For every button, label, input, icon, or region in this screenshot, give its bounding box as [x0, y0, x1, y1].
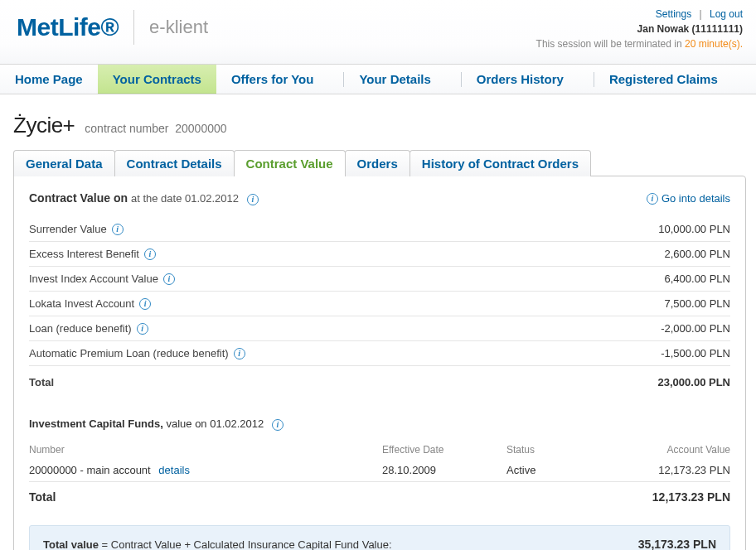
- row-loan-reduce-benefit: Loan (reduce benefit)i -2,000.00 PLN: [29, 316, 730, 341]
- info-icon[interactable]: i: [247, 194, 259, 205]
- grand-total-box: Total value = Contract Value + Calculate…: [29, 525, 730, 550]
- info-icon[interactable]: i: [137, 323, 148, 335]
- funds-row-number: 20000000 - main account: [29, 464, 151, 476]
- total-label: Total: [29, 376, 54, 388]
- funds-row-status: Active: [506, 464, 606, 476]
- info-icon[interactable]: i: [139, 298, 151, 310]
- funds-title-prefix: Investment Capital Funds,: [29, 417, 163, 430]
- brand-registered: ®: [101, 13, 119, 41]
- session-timeout: 20 minute(s).: [685, 38, 743, 50]
- funds-section: Investment Capital Funds, value on 01.02…: [29, 417, 730, 507]
- funds-row-details-link[interactable]: details: [158, 464, 190, 476]
- tab-history-of-contract-orders[interactable]: History of Contract Orders: [410, 150, 591, 176]
- info-icon[interactable]: i: [144, 248, 156, 260]
- grand-total-label-bold: Total value: [43, 538, 99, 551]
- page-body: Życie+ contract number 20000000 General …: [0, 94, 756, 550]
- row-automatic-premium-loan: Automatic Premium Loan (reduce benefit)i…: [29, 341, 730, 366]
- info-icon: i: [647, 193, 658, 205]
- col-effective-date: Effective Date: [382, 444, 506, 456]
- row-value: 10,000.00 PLN: [658, 223, 730, 235]
- contract-meta: contract number 20000000: [85, 122, 226, 135]
- contract-value-title-prefix: Contract Value on: [29, 191, 128, 205]
- row-label: Loan (reduce benefit): [29, 322, 132, 335]
- session-prefix: This session will be terminated in: [536, 38, 685, 50]
- row-label: Invest Index Account Value: [29, 273, 158, 285]
- funds-total-row: Total 12,173.23 PLN: [29, 482, 730, 507]
- subbrand: e-klient: [149, 17, 208, 38]
- funds-columns: Number Effective Date Status Account Val…: [29, 439, 730, 459]
- funds-title: Investment Capital Funds, value on 01.02…: [29, 417, 730, 431]
- row-value: -2,000.00 PLN: [661, 322, 730, 335]
- grand-total-label: Total value = Contract Value + Calculate…: [43, 538, 392, 551]
- tab-panel: Contract Value on at the date 01.02.2012…: [13, 176, 746, 550]
- header: MetLife® e-klient Settings | Log out Jan…: [0, 0, 756, 65]
- nav-orders-history[interactable]: Orders History: [446, 65, 579, 94]
- row-label: Automatic Premium Loan (reduce benefit): [29, 347, 229, 359]
- grand-total-label-rest: = Contract Value + Calculated Insurance …: [99, 538, 392, 551]
- grand-total-value: 35,173.23 PLN: [638, 538, 716, 550]
- tab-contract-details[interactable]: Contract Details: [114, 150, 235, 176]
- info-icon[interactable]: i: [112, 224, 124, 235]
- info-icon[interactable]: i: [163, 273, 175, 285]
- nav-offers-for-you[interactable]: Offers for You: [216, 65, 328, 94]
- top-right-panel: Settings | Log out Jan Nowak (11111111) …: [536, 7, 743, 51]
- contract-value-title-suffix: at the date 01.02.2012: [131, 192, 239, 205]
- brand-name: MetLife: [17, 13, 101, 41]
- row-surrender-value: Surrender Valuei 10,000.00 PLN: [29, 217, 730, 242]
- nav-your-details[interactable]: Your Details: [328, 65, 445, 94]
- funds-row: 20000000 - main account details 28.10.20…: [29, 459, 730, 482]
- row-lokata-invest-account: Lokata Invest Accounti 7,500.00 PLN: [29, 292, 730, 316]
- contract-number: 20000000: [175, 122, 226, 135]
- row-invest-index-account-value: Invest Index Account Valuei 6,400.00 PLN: [29, 267, 730, 292]
- total-value: 23,000.00 PLN: [658, 376, 730, 388]
- row-value: 7,500.00 PLN: [664, 297, 730, 310]
- logo-separator: [133, 10, 134, 45]
- session-info: This session will be terminated in 20 mi…: [536, 36, 743, 51]
- nav-home-page[interactable]: Home Page: [0, 65, 98, 94]
- funds-row-date: 28.10.2009: [382, 464, 506, 476]
- go-into-details-label: Go into details: [662, 192, 730, 205]
- row-excess-interest-benefit: Excess Interest Benefiti 2,600.00 PLN: [29, 242, 730, 267]
- row-label: Surrender Value: [29, 223, 107, 235]
- contract-label: contract number: [85, 122, 168, 135]
- info-icon[interactable]: i: [272, 419, 284, 431]
- row-value: 2,600.00 PLN: [664, 248, 730, 260]
- subtabs: General Data Contract Details Contract V…: [10, 150, 746, 176]
- nav-your-contracts[interactable]: Your Contracts: [98, 65, 216, 94]
- row-value: 6,400.00 PLN: [664, 273, 730, 285]
- info-icon[interactable]: i: [234, 348, 245, 359]
- contract-value-title: Contract Value on at the date 01.02.2012…: [29, 191, 259, 205]
- go-into-details-link[interactable]: i Go into details: [647, 192, 730, 205]
- nav-registered-claims[interactable]: Registered Claims: [579, 65, 733, 94]
- brand-logo: MetLife®: [17, 13, 119, 41]
- main-nav: Home Page Your Contracts Offers for You …: [0, 65, 756, 94]
- page-title: Życie+ contract number 20000000: [10, 106, 746, 150]
- tab-contract-value[interactable]: Contract Value: [234, 150, 346, 176]
- funds-title-suffix: value on 01.02.2012: [166, 417, 264, 430]
- funds-total-value: 12,173.23 PLN: [606, 490, 730, 504]
- row-total: Total 23,000.00 PLN: [29, 366, 730, 394]
- row-value: -1,500.00 PLN: [661, 347, 730, 359]
- tab-orders[interactable]: Orders: [345, 150, 410, 176]
- funds-row-value: 12,173.23 PLN: [606, 464, 730, 476]
- col-status: Status: [506, 444, 606, 456]
- settings-link[interactable]: Settings: [656, 8, 691, 20]
- col-number: Number: [29, 444, 382, 456]
- link-separator: |: [694, 8, 706, 20]
- row-label: Lokata Invest Account: [29, 297, 134, 310]
- tab-general-data[interactable]: General Data: [13, 150, 115, 176]
- product-name: Życie+: [13, 113, 75, 138]
- logout-link[interactable]: Log out: [710, 8, 743, 20]
- col-account-value: Account Value: [606, 444, 730, 456]
- user-display: Jan Nowak (11111111): [536, 22, 743, 36]
- contract-value-head: Contract Value on at the date 01.02.2012…: [29, 191, 730, 205]
- funds-total-label: Total: [29, 490, 382, 504]
- row-label: Excess Interest Benefit: [29, 248, 139, 260]
